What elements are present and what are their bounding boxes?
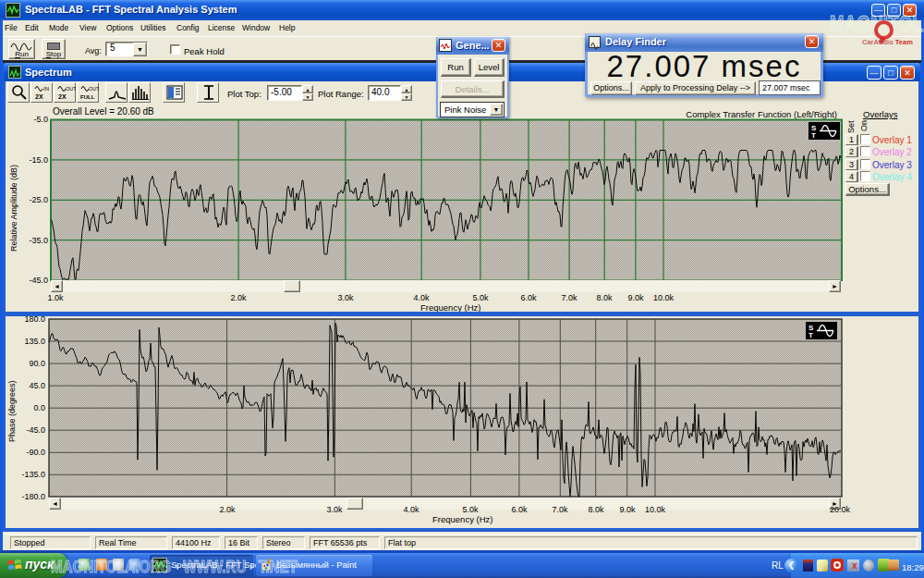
svg-text:2X: 2X	[58, 93, 67, 100]
svg-text:OUT: OUT	[89, 86, 99, 92]
svg-text:IN: IN	[43, 86, 49, 92]
svg-text:FULL: FULL	[80, 94, 95, 100]
svg-text:T: T	[808, 331, 813, 339]
svg-text:T: T	[811, 131, 816, 140]
svg-text:2X: 2X	[35, 93, 43, 100]
svg-text:OUT: OUT	[66, 86, 76, 92]
